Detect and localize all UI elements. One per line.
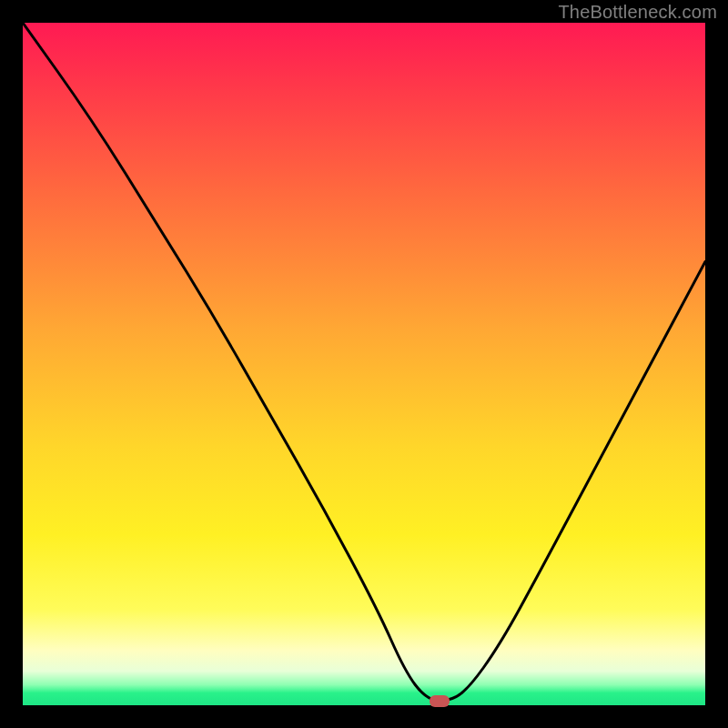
watermark-text: TheBottleneck.com — [558, 2, 717, 23]
optimal-point-marker — [430, 695, 450, 707]
bottleneck-curve — [23, 23, 705, 705]
plot-area — [23, 23, 705, 705]
chart-frame: TheBottleneck.com — [0, 0, 728, 728]
